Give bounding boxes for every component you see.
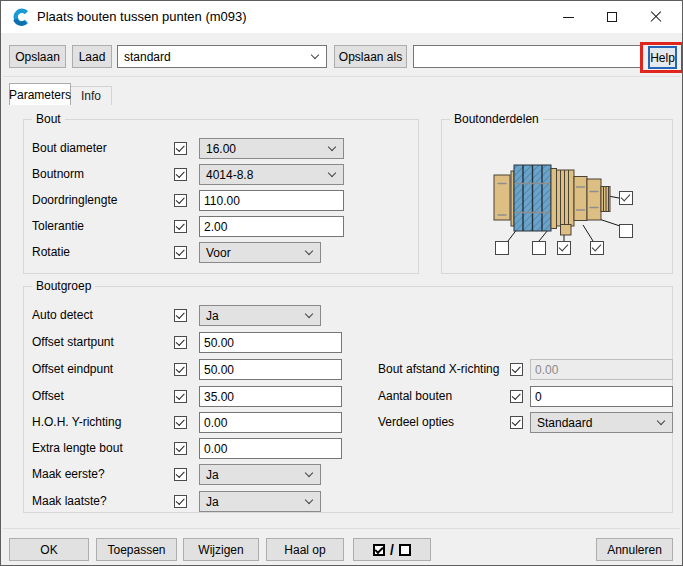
boutnorm-checkbox[interactable] (174, 168, 187, 181)
modify-button[interactable]: Wijzigen (183, 538, 259, 561)
doordringlengte-input[interactable] (199, 190, 344, 211)
tolerantie-row: Tolerantie (32, 216, 410, 237)
chevron-down-icon (305, 468, 313, 476)
chevron-down-icon (328, 142, 336, 150)
bout-groupbox: Bout Bout diameter 16.00 Boutnorm 4014-8… (23, 119, 419, 274)
chevron-down-icon (305, 309, 313, 317)
field-label: Auto detect (32, 305, 93, 326)
extra-lengte-bout-input[interactable] (199, 438, 342, 459)
checked-box-icon (373, 544, 385, 556)
load-button[interactable]: Laad (72, 45, 112, 68)
field-label: Bout diameter (32, 138, 107, 159)
unchecked-box-icon (399, 544, 411, 556)
bout-afstand-x-richting-row: Bout afstand X-richting (32, 359, 664, 380)
aantal-bouten-input[interactable] (530, 386, 673, 407)
settings-combobox[interactable]: standard (117, 45, 327, 68)
offset-startpunt-checkbox[interactable] (174, 336, 187, 349)
tab-info[interactable]: Info (71, 86, 112, 105)
chevron-down-icon (305, 246, 313, 254)
part-checkbox-3[interactable] (557, 241, 571, 255)
part-checkbox-1[interactable] (495, 241, 509, 255)
close-button[interactable] (634, 1, 678, 33)
tolerantie-input[interactable] (199, 216, 344, 237)
boutgroep-groupbox: Boutgroep Auto detect Ja Offset startpun… (23, 286, 673, 513)
chevron-down-icon (328, 168, 336, 176)
maak-eerste-row: Maak eerste? Ja (32, 464, 664, 485)
part-checkbox-5[interactable] (619, 191, 633, 205)
maak-laatste-checkbox[interactable] (174, 495, 187, 508)
toggle-all-checkboxes-button[interactable]: / (353, 538, 431, 561)
chevron-down-icon (311, 50, 319, 58)
rotatie-select[interactable]: Voor (199, 242, 321, 263)
maak-laatste-row: Maak laatste? Ja (32, 491, 664, 512)
auto-detect-checkbox[interactable] (174, 309, 187, 322)
maximize-button[interactable] (590, 1, 634, 33)
part-checkbox-4[interactable] (590, 241, 604, 255)
window-controls (546, 1, 678, 33)
aantal-bouten-row: Aantal bouten (32, 386, 664, 407)
ok-button[interactable]: OK (9, 538, 89, 561)
maak-eerste-checkbox[interactable] (174, 468, 187, 481)
help-button[interactable]: Help (648, 46, 677, 69)
bout-afstand-x-richting-input (530, 359, 673, 380)
verdeel-opties-checkbox[interactable] (510, 416, 523, 429)
bout-afstand-x-richting-checkbox[interactable] (510, 363, 523, 376)
doordringlengte-row: Doordringlengte (32, 190, 410, 211)
field-label: Rotatie (32, 242, 70, 263)
toolbar-separator (3, 76, 680, 77)
aantal-bouten-checkbox[interactable] (510, 390, 523, 403)
chevron-down-icon (657, 416, 665, 424)
doordringlengte-checkbox[interactable] (174, 194, 187, 207)
offset-startpunt-row: Offset startpunt (32, 332, 664, 353)
extra-lengte-bout-checkbox[interactable] (174, 442, 187, 455)
cancel-button[interactable]: Annuleren (596, 538, 673, 561)
tab-parameters[interactable]: Parameters (9, 83, 71, 105)
field-label: Extra lengte bout (32, 438, 123, 459)
field-label: Aantal bouten (378, 386, 452, 407)
save-button[interactable]: Opslaan (9, 45, 66, 68)
boutnorm-row: Boutnorm 4014-8.8 (32, 164, 410, 185)
rotatie-checkbox[interactable] (174, 246, 187, 259)
save-as-name-input[interactable] (413, 45, 641, 68)
part-checkbox-2[interactable] (532, 241, 546, 255)
boutnorm-select[interactable]: 4014-8.8 (199, 164, 344, 185)
dialog-window: Plaats bouten tussen punten (m093) Opsla… (0, 0, 683, 566)
verdeel-opties-row: Verdeel opties Standaard (32, 412, 664, 433)
apply-button[interactable]: Toepassen (96, 538, 177, 561)
offset-startpunt-input[interactable] (199, 332, 342, 353)
field-label: Doordringlengte (32, 190, 117, 211)
boutonderdelen-groupbox: Boutonderdelen (441, 119, 673, 274)
part-checkbox-6[interactable] (619, 224, 633, 238)
chevron-down-icon (305, 495, 313, 503)
save-as-button[interactable]: Opslaan als (334, 45, 407, 68)
extra-lengte-bout-row: Extra lengte bout (32, 438, 664, 459)
boutgroep-group-title: Boutgroep (32, 279, 95, 293)
rotatie-row: Rotatie Voor (32, 242, 410, 263)
auto-detect-row: Auto detect Ja (32, 305, 664, 326)
minimize-button[interactable] (546, 1, 590, 33)
settings-combobox-value: standard (124, 50, 171, 64)
field-label: Offset startpunt (32, 332, 114, 353)
verdeel-opties-select[interactable]: Standaard (530, 412, 673, 433)
bout-diameter-row: Bout diameter 16.00 (32, 138, 410, 159)
field-label: Tolerantie (32, 216, 84, 237)
field-label: Boutnorm (32, 164, 84, 185)
bout-diameter-checkbox[interactable] (174, 142, 187, 155)
bout-group-title: Bout (32, 112, 65, 126)
maximize-icon (607, 12, 617, 22)
maak-laatste-select[interactable]: Ja (199, 491, 321, 512)
field-label: Bout afstand X-richting (378, 359, 499, 380)
field-label: Verdeel opties (378, 412, 454, 433)
field-label: Maak laatste? (32, 491, 107, 512)
footer-separator (3, 528, 680, 529)
window-title: Plaats bouten tussen punten (m093) (37, 1, 247, 33)
minimize-icon (563, 17, 574, 18)
field-label: Maak eerste? (32, 464, 105, 485)
maak-eerste-select[interactable]: Ja (199, 464, 321, 485)
title-bar: Plaats bouten tussen punten (m093) (1, 1, 682, 33)
auto-detect-select[interactable]: Ja (199, 305, 321, 326)
bout-diameter-select[interactable]: 16.00 (199, 138, 344, 159)
get-button[interactable]: Haal op (266, 538, 344, 561)
close-icon (650, 11, 662, 23)
tolerantie-checkbox[interactable] (174, 220, 187, 233)
